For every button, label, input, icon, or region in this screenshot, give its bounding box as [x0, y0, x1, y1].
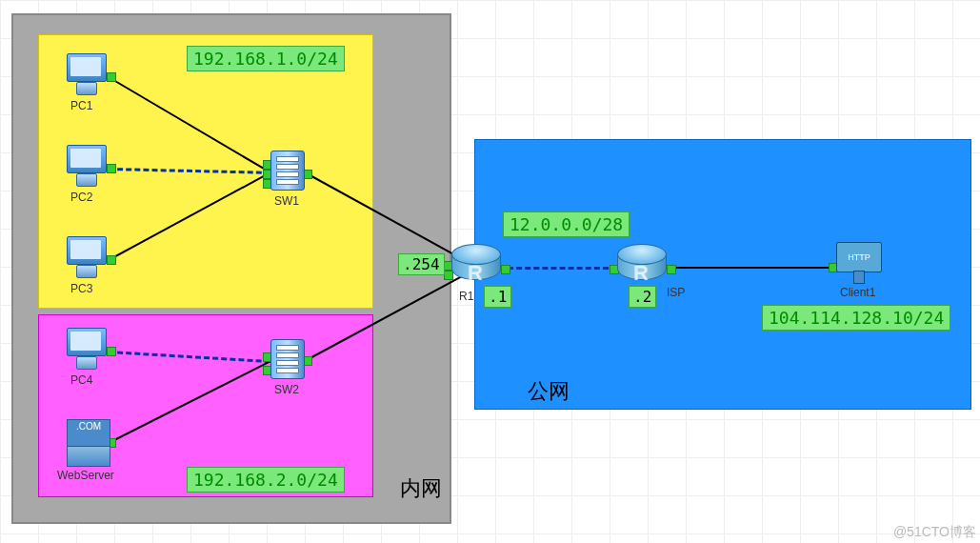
sw2-label: SW2: [274, 383, 299, 396]
r1-icon[interactable]: R: [451, 244, 499, 290]
sw1-icon[interactable]: [270, 151, 309, 194]
isp-addr: .2: [629, 286, 656, 308]
pc1-label: PC1: [70, 99, 92, 112]
link-isp-client: [665, 267, 836, 269]
pc2-icon[interactable]: [67, 145, 109, 189]
pc4-label: PC4: [70, 373, 92, 387]
pc3-label: PC3: [70, 282, 92, 295]
subnet-wan-label: 12.0.0.0/28: [503, 211, 630, 237]
webserver-face: .COM: [67, 419, 110, 448]
subnet-lan2-label: 192.168.2.0/24: [187, 467, 345, 493]
client1-icon[interactable]: HTTP: [836, 242, 880, 284]
isp-icon[interactable]: R: [617, 244, 665, 290]
port-icon: [501, 265, 510, 274]
zone-internet: [474, 139, 971, 410]
pc1-icon[interactable]: [67, 53, 109, 97]
internet-area-label: 公网: [528, 377, 570, 406]
link-r1-isp: [499, 267, 617, 270]
intranet-area-label: 内网: [400, 474, 442, 503]
pc4-icon[interactable]: [67, 328, 109, 372]
r1-label: R1: [459, 290, 473, 303]
r1-inside-addr: .254: [398, 253, 445, 275]
pc2-label: PC2: [70, 191, 92, 204]
pc3-icon[interactable]: [67, 236, 109, 280]
client-ip-label: 104.114.128.10/24: [762, 305, 950, 331]
webserver-icon[interactable]: .COM: [67, 419, 109, 467]
sw1-label: SW1: [274, 194, 299, 208]
r1-outside-addr: .1: [484, 286, 511, 308]
client1-label: Client1: [840, 286, 875, 299]
isp-label: ISP: [667, 286, 685, 299]
subnet-lan1-label: 192.168.1.0/24: [187, 46, 345, 71]
port-icon: [667, 265, 676, 274]
client-screen-text: HTTP: [836, 242, 882, 272]
webserver-label: WebServer: [57, 469, 114, 482]
watermark: @51CTO博客: [893, 524, 976, 541]
sw2-icon[interactable]: [270, 339, 309, 383]
